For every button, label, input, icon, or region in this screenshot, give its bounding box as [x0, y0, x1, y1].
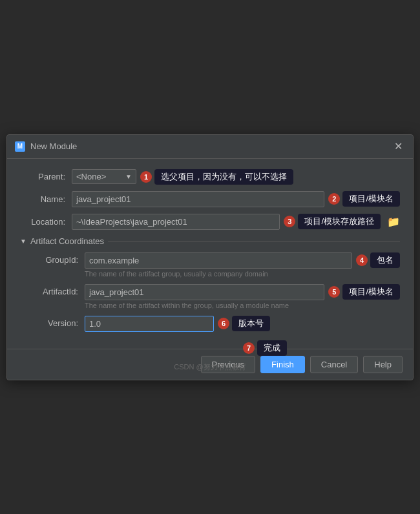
groupid-input-group: 4 包名 The name of the artifact group, usu… [85, 252, 400, 278]
chevron-down-icon: ▼ [125, 173, 132, 180]
dialog-content: Parent: <None> ▼ 1 选父项目，因为没有，可以不选择 Name:… [7, 159, 413, 349]
location-input[interactable] [72, 214, 280, 230]
parent-row: Parent: <None> ▼ 1 选父项目，因为没有，可以不选择 [20, 169, 400, 185]
artifactid-input-group: 5 项目/模块名 The name of the artifact within… [85, 284, 400, 309]
tooltip-4: 包名 [370, 252, 400, 268]
artifactid-row: ArtifactId: 5 项目/模块名 The name of the art… [26, 284, 400, 309]
location-control-group: 3 项目/模块存放路径 📁 [72, 214, 400, 230]
parent-select-value: <None> [76, 172, 121, 181]
name-row: Name: 2 项目/模块名 [20, 191, 400, 207]
groupid-row: GroupId: 4 包名 The name of the artifact g… [26, 252, 400, 278]
badge-2: 2 [328, 193, 340, 205]
dialog-footer: 7 完成 Previous Finish Cancel Help CSDN @努… [7, 349, 413, 380]
title-bar-left: M New Module [15, 141, 77, 152]
name-control-group: 2 项目/模块名 [72, 191, 400, 207]
close-button[interactable]: ✕ [392, 140, 405, 153]
artifactid-annotation: 5 项目/模块名 [328, 284, 400, 300]
name-label: Name: [20, 194, 72, 204]
badge-6: 6 [218, 318, 229, 329]
artifact-title: Artifact Coordinates [30, 236, 104, 246]
artifactid-label: ArtifactId: [26, 284, 85, 296]
finish-button[interactable]: Finish [260, 356, 305, 373]
title-bar: M New Module ✕ [7, 135, 413, 159]
artifact-form: GroupId: 4 包名 The name of the artifact g… [20, 252, 400, 332]
artifactid-hint: The name of the artifact within the grou… [85, 302, 400, 309]
groupid-hint: The name of the artifact group, usually … [85, 270, 400, 278]
dialog-icon: M [15, 141, 25, 152]
version-input[interactable] [85, 316, 214, 332]
version-input-group: 6 版本号 [85, 316, 400, 332]
version-row: Version: 6 版本号 [26, 316, 400, 332]
parent-label: Parent: [20, 172, 72, 181]
artifactid-input[interactable] [85, 284, 324, 300]
tooltip-5: 项目/模块名 [342, 284, 400, 300]
name-input[interactable] [72, 191, 324, 207]
name-annotation: 2 项目/模块名 [328, 191, 400, 207]
version-annotation: 6 版本号 [218, 316, 270, 331]
watermark: CSDN @努力节点教育 [174, 362, 246, 372]
new-module-dialog: M New Module ✕ Parent: <None> ▼ 1 选父项目，因… [6, 134, 414, 380]
groupid-label: GroupId: [26, 252, 85, 265]
section-separator [108, 241, 400, 242]
tooltip-1: 选父项目，因为没有，可以不选择 [154, 169, 293, 185]
artifact-section: ▼ Artifact Coordinates GroupId: 4 包名 [20, 236, 400, 332]
groupid-annotation: 4 包名 [356, 252, 400, 268]
badge-5: 5 [328, 286, 340, 298]
tooltip-2: 项目/模块名 [342, 191, 400, 207]
tooltip-7: 完成 [257, 340, 287, 356]
location-label: Location: [20, 217, 72, 227]
groupid-input[interactable] [85, 252, 352, 269]
location-annotation: 3 项目/模块存放路径 [284, 214, 381, 229]
badge-7: 7 [243, 342, 255, 354]
badge-3: 3 [284, 216, 295, 227]
badge-1: 1 [140, 171, 152, 183]
help-button[interactable]: Help [363, 356, 403, 373]
dialog-title: New Module [30, 141, 77, 151]
badge-4: 4 [356, 254, 368, 266]
version-label: Version: [26, 316, 85, 328]
cancel-button[interactable]: Cancel [310, 356, 358, 373]
collapse-icon[interactable]: ▼ [20, 238, 26, 245]
folder-icon[interactable]: 📁 [387, 216, 400, 228]
parent-annotation: 1 选父项目，因为没有，可以不选择 [140, 169, 293, 185]
parent-control-group: <None> ▼ 1 选父项目，因为没有，可以不选择 [72, 169, 400, 185]
finish-annotation: 7 完成 [243, 340, 287, 356]
tooltip-3: 项目/模块存放路径 [298, 214, 381, 229]
artifact-header: ▼ Artifact Coordinates [20, 236, 400, 246]
tooltip-6: 版本号 [232, 316, 270, 331]
location-row: Location: 3 项目/模块存放路径 📁 [20, 214, 400, 230]
parent-select[interactable]: <None> ▼ [72, 169, 136, 184]
